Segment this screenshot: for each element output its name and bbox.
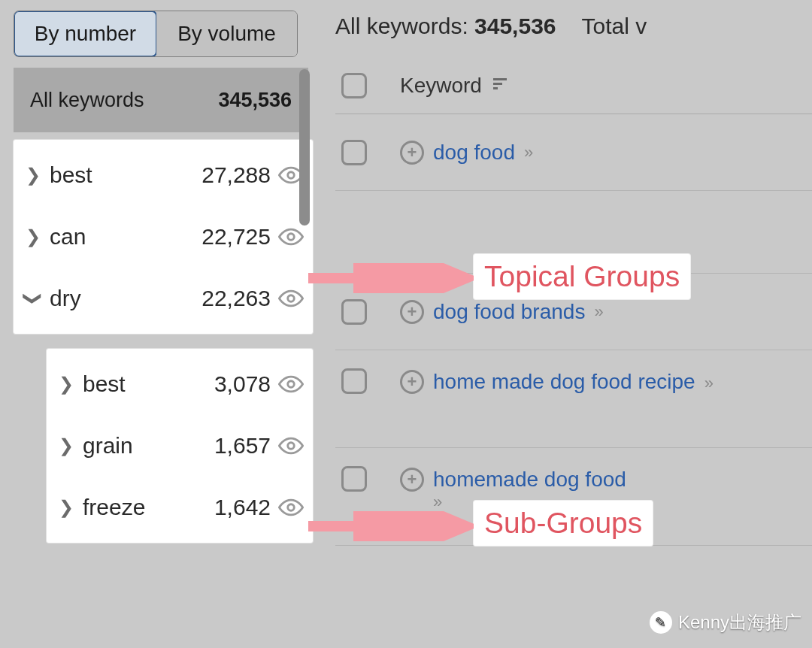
group-list: ❯ best 27,288 ❯ can 22,725 ❯ dry 22,263 <box>14 140 313 334</box>
double-chevron-icon[interactable]: » <box>704 374 714 392</box>
sidebar: By number By volume All keywords 345,536… <box>0 0 316 648</box>
watermark: ✎ Kenny出海推广 <box>650 610 801 634</box>
double-chevron-icon[interactable]: » <box>524 143 533 162</box>
summary-count: 345,536 <box>218 89 292 112</box>
double-chevron-icon[interactable]: » <box>433 492 442 511</box>
eye-icon[interactable] <box>278 224 304 250</box>
summary-label: All keywords <box>30 89 144 112</box>
chevron-right-icon: ❯ <box>53 497 80 518</box>
svg-point-3 <box>288 381 295 388</box>
column-keyword[interactable]: Keyword <box>400 74 509 98</box>
subgroup-row[interactable]: ❯ best 3,078 <box>47 353 313 415</box>
group-row[interactable]: ❯ can 22,725 <box>14 206 313 268</box>
group-count: 22,263 <box>201 286 278 311</box>
subgroup-list: ❯ best 3,078 ❯ grain 1,657 ❯ freeze 1,64… <box>47 349 313 543</box>
tab-by-volume[interactable]: By volume <box>156 11 297 56</box>
svg-rect-7 <box>493 83 502 85</box>
svg-point-1 <box>288 234 295 241</box>
subgroup-count: 3,078 <box>214 371 278 397</box>
subgroup-name: best <box>80 371 214 397</box>
subgroup-row[interactable]: ❯ grain 1,657 <box>47 415 313 477</box>
svg-point-4 <box>288 443 295 450</box>
tab-by-number[interactable]: By number <box>14 11 157 57</box>
expand-icon[interactable]: + <box>400 468 424 492</box>
chevron-right-icon: ❯ <box>53 435 80 456</box>
stats-all: All keywords: 345,536 <box>335 14 556 39</box>
stats-total: Total v <box>582 14 647 39</box>
sort-icon <box>491 74 509 98</box>
row-checkbox[interactable] <box>341 368 367 394</box>
chevron-right-icon: ❯ <box>20 226 47 247</box>
all-keywords-summary[interactable]: All keywords 345,536 <box>14 68 308 132</box>
svg-point-5 <box>288 504 295 511</box>
eye-icon[interactable] <box>278 495 304 520</box>
keyword-link[interactable]: dog food <box>433 139 515 165</box>
main-panel: All keywords: 345,536 Total v Keyword + … <box>316 0 812 648</box>
keyword-link[interactable]: homemade dog food <box>433 468 626 491</box>
group-row[interactable]: ❯ best 27,288 <box>14 144 313 206</box>
stats-bar: All keywords: 345,536 Total v <box>335 14 812 57</box>
group-name: best <box>47 162 201 188</box>
svg-rect-8 <box>493 87 498 89</box>
sidebar-scrollbar[interactable] <box>299 69 310 226</box>
svg-point-2 <box>288 295 295 302</box>
group-count: 22,725 <box>201 224 278 250</box>
view-tabs: By number By volume <box>14 11 298 57</box>
chevron-right-icon: ❯ <box>53 374 80 395</box>
keyword-link[interactable]: home made dog food recipe <box>433 370 695 393</box>
expand-icon[interactable]: + <box>400 300 424 324</box>
watermark-text: Kenny出海推广 <box>678 610 801 634</box>
double-chevron-icon[interactable]: » <box>594 302 603 322</box>
svg-point-0 <box>288 172 295 179</box>
eye-icon[interactable] <box>278 286 304 311</box>
group-name: can <box>47 224 201 250</box>
row-checkbox[interactable] <box>341 299 367 325</box>
row-checkbox[interactable] <box>341 466 367 492</box>
group-count: 27,288 <box>201 162 278 188</box>
wechat-icon: ✎ <box>650 611 672 634</box>
subgroup-row[interactable]: ❯ freeze 1,642 <box>47 477 313 538</box>
table-header: Keyword <box>335 57 812 114</box>
select-all-checkbox[interactable] <box>341 73 367 98</box>
table-row: + home made dog food recipe» <box>335 350 812 448</box>
stats-all-value: 345,536 <box>474 14 556 38</box>
group-row[interactable]: ❯ dry 22,263 <box>14 268 313 329</box>
chevron-right-icon: ❯ <box>20 165 47 186</box>
annotation-sub-groups: Sub-Groups <box>474 501 653 546</box>
subgroup-name: freeze <box>80 495 214 520</box>
subgroup-count: 1,657 <box>214 433 278 459</box>
subgroup-count: 1,642 <box>214 495 278 520</box>
svg-rect-6 <box>493 78 507 80</box>
chevron-down-icon: ❯ <box>23 285 44 312</box>
row-checkbox[interactable] <box>341 140 367 165</box>
annotation-arrow-icon <box>308 263 474 293</box>
expand-icon[interactable]: + <box>400 141 424 165</box>
eye-icon[interactable] <box>278 371 304 397</box>
annotation-topical-groups: Topical Groups <box>474 254 690 299</box>
column-keyword-label: Keyword <box>400 74 482 98</box>
keyword-link[interactable]: dog food brands <box>433 298 585 325</box>
eye-icon[interactable] <box>278 433 304 459</box>
table-row: + dog food » <box>335 114 812 191</box>
subgroup-name: grain <box>80 433 214 459</box>
group-name: dry <box>47 286 201 311</box>
stats-all-label: All keywords: <box>335 14 468 38</box>
expand-icon[interactable]: + <box>400 370 424 394</box>
annotation-arrow-icon <box>308 511 474 541</box>
